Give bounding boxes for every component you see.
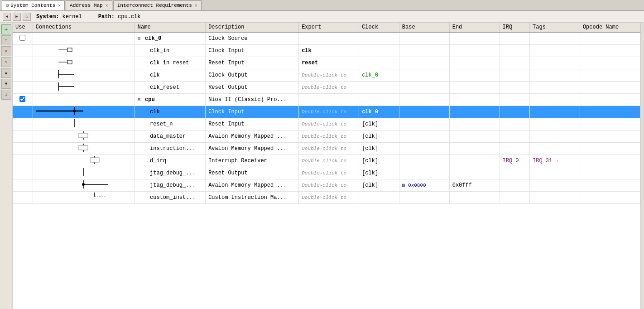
table-row[interactable]: data_master Avalon Memory Mapped ... Dou… (13, 130, 640, 143)
tags-cell: IRQ 31 → (530, 155, 580, 167)
description-cell: Reset Output (206, 167, 299, 179)
use-cell (13, 167, 33, 179)
description-cell: Clock Input (206, 45, 299, 57)
export-italic: Double-click to (302, 146, 346, 151)
move-up-button[interactable]: ▲ (1, 68, 11, 78)
use-cell[interactable] (13, 32, 33, 45)
opcode-cell (580, 57, 640, 69)
export-cell: Double-click to (299, 167, 359, 179)
edit-button[interactable]: ✎ (1, 57, 11, 67)
name-cell: d_irq (135, 155, 205, 167)
export-cell: Double-click to (299, 130, 359, 143)
use-checkbox[interactable] (19, 35, 25, 41)
table-row[interactable]: clk Clock Output Double-click to clk_0 (13, 69, 640, 82)
tab-bar: ⊞ System Contents ✕ Address Map ✕ Interc… (0, 0, 644, 11)
tags-cell (530, 106, 580, 118)
base-cell (399, 45, 449, 57)
tags-cell (530, 143, 580, 155)
table-container[interactable]: Use Connections Name Description Export … (13, 23, 640, 309)
svg-rect-13 (79, 133, 88, 138)
opcode-cell (580, 130, 640, 143)
opcode-cell (580, 155, 640, 167)
right-panel (640, 23, 644, 309)
use-cell (13, 106, 33, 118)
irq-cell (500, 143, 530, 155)
base-cell (399, 69, 449, 82)
table-row[interactable]: clk_in_reset Reset Input reset (13, 57, 640, 69)
connections-cell (33, 45, 135, 57)
sub-name: jtag_debug_... (150, 182, 196, 188)
expand-icon[interactable]: ⊟ (138, 97, 140, 102)
table-row[interactable]: ⊟ cpu Nios II (Classic) Pro... (13, 94, 640, 106)
col-tags: Tags (530, 23, 580, 32)
component-library-button[interactable]: ≡ (1, 35, 11, 45)
table-header-row: Use Connections Name Description Export … (13, 23, 640, 32)
table-row[interactable]: instruction... Avalon Memory Mapped ... … (13, 143, 640, 155)
table-row[interactable]: custom_inst... Custom Instruction Ma... … (13, 192, 640, 204)
table-row[interactable]: jtag_debug_... Reset Output Double-click… (13, 167, 640, 179)
table-row[interactable]: jtag_debug_... Avalon Memory Mapped ... … (13, 179, 640, 192)
col-clock: Clock (359, 23, 399, 32)
expand-icon[interactable]: ⊟ (138, 36, 140, 41)
name-cell: clk_in_reset (135, 57, 205, 69)
connections-cell (33, 179, 135, 192)
export-cell: Double-click to (299, 179, 359, 192)
table-row[interactable]: clk Clock Input Double-click to clk_0 (13, 106, 640, 118)
export-italic: Double-click to (302, 85, 346, 90)
irq-cell (500, 106, 530, 118)
export-italic: Double-click to (302, 121, 346, 127)
left-toolbar: + ≡ ✕ ✎ ▲ ▼ ⊥ (0, 23, 13, 309)
clock-cell: clk_0 (359, 106, 399, 118)
remove-button[interactable]: ✕ (1, 46, 11, 56)
tab-system-contents[interactable]: ⊞ System Contents ✕ (2, 0, 65, 10)
sub-name: clk_in_reset (150, 60, 189, 66)
connection-diagram-clk-out (36, 70, 122, 78)
home-button[interactable]: ⌂ (23, 13, 31, 21)
nav-back-button[interactable]: ◀ (3, 13, 11, 21)
tab-close-address-map[interactable]: ✕ (106, 3, 108, 8)
base-cell (399, 82, 449, 94)
path-label: Path: (98, 14, 118, 20)
export-value: reset (302, 60, 318, 66)
base-addr: ⊞ 0x0800 (402, 183, 426, 188)
description-cell: Interrupt Receiver (206, 155, 299, 167)
svg-point-10 (73, 110, 76, 112)
col-base: Base (399, 23, 449, 32)
use-checkbox[interactable] (19, 96, 25, 102)
clock-cell (359, 57, 399, 69)
sub-name: clk (150, 109, 160, 115)
name-cell: jtag_debug_... (135, 167, 205, 179)
tab-close-system-contents[interactable]: ✕ (58, 3, 61, 8)
nav-forward-button[interactable]: ▶ (13, 13, 21, 21)
opcode-cell (580, 167, 640, 179)
tab-address-map[interactable]: Address Map ✕ (66, 0, 112, 10)
tab-interconnect-req[interactable]: Interconnect Requirements ✕ (113, 0, 202, 10)
add-button[interactable]: + (1, 24, 11, 34)
opcode-cell (580, 179, 640, 192)
opcode-cell (580, 32, 640, 45)
bottom-button[interactable]: ⊥ (1, 90, 11, 100)
opcode-cell (580, 118, 640, 130)
table-row[interactable]: d_irq Interrupt Receiver Double-click to… (13, 155, 640, 167)
base-cell (399, 118, 449, 130)
tags-cell (530, 32, 580, 45)
sub-name: instruction... (150, 145, 196, 152)
table-row[interactable]: reset_n Reset Input Double-click to [clk… (13, 118, 640, 130)
use-cell[interactable] (13, 94, 33, 106)
export-cell: Double-click to (299, 118, 359, 130)
use-cell (13, 57, 33, 69)
clock-cell (359, 94, 399, 106)
irq-cell (500, 45, 530, 57)
clock-cell: [clk] (359, 130, 399, 143)
table-row[interactable]: clk_reset Reset Output Double-click to (13, 82, 640, 94)
connections-cell (33, 167, 135, 179)
move-down-button[interactable]: ▼ (1, 79, 11, 89)
tags-cell (530, 82, 580, 94)
name-cell: clk (135, 106, 205, 118)
irq-cell (500, 167, 530, 179)
sub-name: clk (150, 72, 160, 78)
table-row[interactable]: clk_in Clock Input clk (13, 45, 640, 57)
tab-close-interconnect-req[interactable]: ✕ (195, 3, 197, 8)
col-export: Export (299, 23, 359, 32)
table-row[interactable]: ⊟ clk_0 Clock Source (13, 32, 640, 45)
